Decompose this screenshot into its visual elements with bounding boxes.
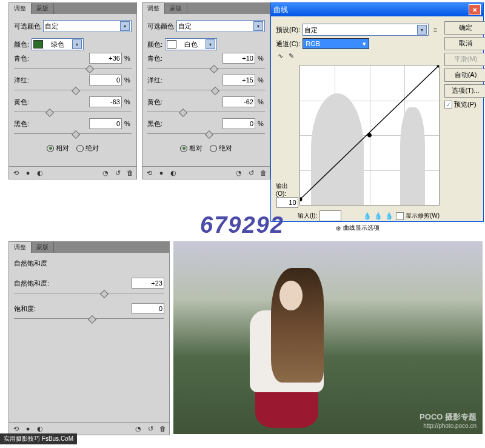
black-eyedropper-icon[interactable]: 💧: [363, 212, 372, 220]
magenta-input[interactable]: [89, 75, 122, 85]
vibrance-slider[interactable]: [14, 291, 164, 296]
trash-icon[interactable]: 🗑: [125, 169, 134, 177]
eye-icon[interactable]: ●: [157, 169, 166, 177]
output-input[interactable]: [276, 197, 298, 208]
magenta-slider[interactable]: [147, 88, 265, 93]
magenta-input[interactable]: [222, 75, 255, 85]
yellow-input[interactable]: [222, 96, 255, 107]
zoom-icon[interactable]: ⟲: [145, 169, 153, 177]
cyan-slider[interactable]: [147, 66, 265, 71]
curves-graph[interactable]: [299, 65, 440, 206]
trash-icon[interactable]: 🗑: [259, 169, 267, 177]
svg-point-1: [300, 197, 302, 201]
dialog-titlebar[interactable]: 曲线 ✕: [271, 3, 483, 16]
clip-icon[interactable]: ◔: [134, 424, 142, 433]
preview-checkbox[interactable]: ✓预览(P): [444, 100, 485, 109]
black-slider[interactable]: [147, 132, 265, 136]
zoom-icon[interactable]: ⟲: [12, 169, 20, 177]
absolute-radio[interactable]: 绝对: [210, 144, 232, 153]
saturation-input[interactable]: [132, 303, 164, 314]
show-options-label[interactable]: 曲线显示选项: [343, 224, 380, 232]
show-clipping-checkbox[interactable]: 显示修剪(W): [396, 212, 440, 220]
cyan-slider[interactable]: [14, 66, 132, 71]
footer-credit: 实用摄影技巧 FsBus.CoM: [0, 433, 77, 444]
slider-cyan: 青色:%: [14, 53, 132, 71]
smooth-button[interactable]: 平滑(M): [444, 53, 485, 66]
black-slider[interactable]: [14, 132, 132, 136]
view-icon[interactable]: ◐: [36, 424, 44, 433]
photo-watermark: POCO 摄影专题 http://photo.poco.cn: [420, 412, 477, 429]
preset-dropdown[interactable]: 自定▾: [303, 24, 429, 36]
color-dropdown[interactable]: 白色 ▾: [165, 38, 217, 50]
tab-mask[interactable]: 蒙版: [165, 3, 187, 14]
slider-black: 黑色:%: [14, 118, 132, 136]
reset-icon[interactable]: ↺: [247, 169, 255, 177]
black-input[interactable]: [222, 118, 255, 129]
magenta-slider[interactable]: [14, 88, 132, 93]
relative-radio[interactable]: 相对: [180, 144, 202, 153]
selective-color-panel-2: 调整 蒙版 可选颜色 自定▾ 颜色: 白色 ▾ 青色:% 洋红:% 黄色:% 黑…: [142, 2, 270, 179]
curves-dialog: 曲线 ✕ 预设(R): 自定▾ ≡ 通道(C): RGB▾ ∿ ✎ 输出(O):: [270, 2, 484, 222]
close-icon[interactable]: ✕: [469, 4, 481, 15]
watermark-number: 679292: [200, 212, 284, 238]
eye-icon[interactable]: ●: [24, 424, 32, 433]
cyan-input[interactable]: [89, 53, 122, 64]
output-label: 输出(O):: [276, 182, 298, 197]
channel-label: 通道(C):: [276, 39, 300, 48]
slider-yellow: 黄色:%: [14, 96, 132, 115]
color-label: 颜色:: [147, 40, 162, 49]
chevron-down-icon: ▾: [72, 39, 82, 49]
clip-icon[interactable]: ◔: [101, 169, 110, 177]
panel-tabs: 调整 蒙版: [142, 3, 270, 14]
color-dropdown[interactable]: 绿色 ▾: [32, 38, 84, 50]
chevron-down-icon: ▾: [417, 25, 427, 35]
trash-icon[interactable]: 🗑: [158, 424, 167, 433]
channel-dropdown[interactable]: RGB▾: [303, 38, 369, 49]
chevron-down-icon: ▾: [206, 39, 215, 49]
slider-magenta: 洋红:%: [14, 75, 132, 93]
dialog-title-text: 曲线: [273, 5, 288, 15]
eye-icon[interactable]: ●: [24, 169, 32, 177]
clip-icon[interactable]: ◔: [235, 169, 243, 177]
tab-adjust[interactable]: 调整: [9, 3, 32, 14]
preset-dropdown[interactable]: 自定▾: [43, 20, 132, 32]
expand-icon[interactable]: ⊛: [336, 225, 341, 232]
curve-tool-icon[interactable]: ∿: [276, 52, 284, 60]
color-swatch: [33, 40, 43, 48]
cyan-input[interactable]: [222, 53, 255, 64]
tab-mask[interactable]: 蒙版: [32, 242, 54, 253]
cancel-button[interactable]: 取消: [444, 37, 485, 50]
yellow-slider[interactable]: [14, 110, 132, 115]
tab-mask[interactable]: 蒙版: [32, 3, 54, 14]
black-input[interactable]: [89, 118, 122, 129]
relative-radio[interactable]: 相对: [47, 144, 69, 153]
saturation-slider[interactable]: [14, 316, 164, 321]
panel-toolbar: ⟲ ● ◐ ◔ ↺ 🗑: [142, 166, 270, 179]
panel-title: 可选颜色: [147, 22, 174, 31]
reset-icon[interactable]: ↺: [146, 424, 155, 433]
auto-button[interactable]: 自动(A): [444, 69, 485, 82]
pencil-tool-icon[interactable]: ✎: [287, 52, 295, 60]
tab-adjust[interactable]: 调整: [9, 242, 32, 253]
options-button[interactable]: 选项(T)...: [444, 84, 485, 98]
reset-icon[interactable]: ↺: [113, 169, 122, 177]
vibrance-input[interactable]: [132, 278, 164, 289]
white-eyedropper-icon[interactable]: 💧: [385, 212, 393, 220]
input-label: 输入(I):: [298, 212, 317, 220]
view-icon[interactable]: ◐: [169, 169, 178, 177]
input-input[interactable]: [319, 210, 341, 221]
yellow-slider[interactable]: [147, 110, 265, 115]
menu-icon[interactable]: ≡: [431, 25, 440, 34]
gray-eyedropper-icon[interactable]: 💧: [374, 212, 383, 220]
preset-dropdown[interactable]: 自定▾: [176, 20, 265, 32]
absolute-radio[interactable]: 绝对: [76, 144, 99, 153]
yellow-input[interactable]: [89, 96, 122, 107]
tab-adjust[interactable]: 调整: [142, 3, 165, 14]
svg-point-3: [437, 65, 439, 67]
panel-tabs: 调整 蒙版: [9, 3, 136, 14]
view-icon[interactable]: ◐: [36, 169, 44, 177]
preset-label: 预设(R):: [276, 25, 300, 35]
vibrance-panel: 调整 蒙版 自然饱和度 自然饱和度: 饱和度: ⟲ ● ◐ ◔ ↺ 🗑: [8, 241, 170, 435]
ok-button[interactable]: 确定: [444, 21, 485, 35]
zoom-icon[interactable]: ⟲: [12, 424, 20, 433]
